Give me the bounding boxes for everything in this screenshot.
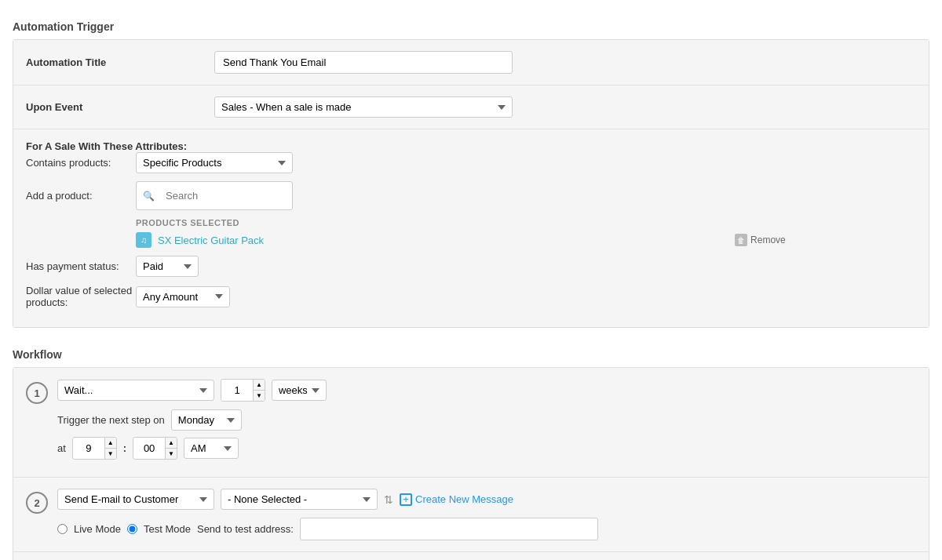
step-2-content: Send E-mail to Customer Wait... - None S…	[57, 489, 916, 540]
automation-title-control	[214, 51, 916, 74]
payment-status-label: Has payment status:	[26, 260, 136, 272]
step-1-content: Wait... Send E-mail to Customer ▲ ▼ week…	[57, 379, 916, 466]
product-search-box[interactable]: 🔍	[136, 181, 293, 210]
dollar-value-label: Dollar value of selected products:	[26, 285, 136, 308]
automation-trigger-title: Automation Trigger	[13, 13, 929, 39]
hour-down-button[interactable]: ▼	[105, 449, 116, 459]
step-1-main-row: Wait... Send E-mail to Customer ▲ ▼ week…	[57, 379, 916, 402]
wait-number-field: ▲ ▼	[221, 379, 265, 402]
contains-products-row: Contains products: Specific Products Any…	[26, 152, 789, 173]
wait-unit-select[interactable]: weeks days hours	[272, 380, 327, 401]
at-label: at	[57, 442, 66, 454]
workflow-title: Workflow	[13, 340, 929, 367]
workflow-section: Workflow 1 Wait... Send E-mail to Custom…	[13, 340, 929, 560]
step-2-mode-row: Live Mode Test Mode Send to test address…	[57, 518, 916, 540]
upon-event-row: Upon Event Sales - When a sale is made	[13, 85, 929, 129]
contains-products-select[interactable]: Specific Products Any Products	[136, 152, 293, 173]
ampm-select[interactable]: AM PM	[184, 438, 239, 459]
time-colon: :	[123, 442, 126, 454]
remove-button[interactable]: 🗑 Remove	[735, 234, 789, 246]
dollar-value-select[interactable]: Any Amount Greater Than Less Than	[136, 286, 230, 307]
remove-icon: 🗑	[735, 234, 747, 246]
live-mode-radio[interactable]	[57, 524, 68, 534]
sale-attributes-label: For A Sale With These Attributes:	[26, 140, 214, 152]
hour-up-button[interactable]: ▲	[105, 438, 116, 449]
step-1-trigger-row: Trigger the next step on Monday Tuesday …	[57, 409, 916, 431]
step-2-main-row: Send E-mail to Customer Wait... - None S…	[57, 489, 916, 510]
workflow-card: 1 Wait... Send E-mail to Customer ▲ ▼	[13, 367, 929, 560]
test-address-input[interactable]	[300, 518, 598, 540]
automation-title-label: Automation Title	[26, 56, 214, 68]
workflow-step-1: 1 Wait... Send E-mail to Customer ▲ ▼	[13, 368, 929, 478]
workflow-step-2: 2 Send E-mail to Customer Wait... - None…	[13, 478, 929, 552]
create-message-button[interactable]: + Create New Message	[400, 493, 513, 506]
minute-field: ▲ ▼	[133, 437, 177, 460]
sale-fields: Contains products: Specific Products Any…	[26, 152, 789, 316]
day-select[interactable]: Monday Tuesday Wednesday Thursday Friday…	[171, 409, 242, 431]
test-mode-label: Test Mode	[144, 523, 191, 535]
contains-label: Contains products:	[26, 157, 136, 169]
step-number-2: 2	[26, 492, 48, 514]
wait-down-button[interactable]: ▼	[254, 391, 265, 401]
step-1-type-select[interactable]: Wait... Send E-mail to Customer	[57, 380, 214, 401]
search-icon: 🔍	[143, 191, 155, 202]
add-product-row: Add a product: 🔍	[26, 181, 789, 210]
product-icon: ♫	[136, 232, 152, 248]
hour-field: ▲ ▼	[72, 437, 117, 460]
wait-value-input[interactable]	[221, 380, 253, 401]
create-message-icon: +	[400, 493, 412, 506]
automation-trigger-card: Automation Title Upon Event Sales - When…	[13, 39, 929, 328]
minute-up-button[interactable]: ▲	[166, 438, 177, 449]
test-address-label: Send to test address:	[197, 523, 294, 535]
upon-event-control: Sales - When a sale is made	[214, 96, 916, 118]
product-search-input[interactable]	[158, 185, 286, 206]
upon-event-select[interactable]: Sales - When a sale is made	[214, 96, 513, 118]
step-2-type-select[interactable]: Send E-mail to Customer Wait...	[57, 489, 214, 510]
workflow-step-3: 3 - Select to create new step -	[13, 552, 929, 560]
create-message-label: Create New Message	[415, 493, 513, 505]
minute-input[interactable]	[133, 438, 165, 459]
wait-up-button[interactable]: ▲	[254, 380, 265, 391]
upon-event-label: Upon Event	[26, 101, 214, 113]
step-number-1: 1	[26, 382, 48, 404]
automation-title-row: Automation Title	[13, 40, 929, 85]
step-1-time-row: at ▲ ▼ : ▲ ▼	[57, 437, 916, 460]
live-mode-label: Live Mode	[74, 523, 121, 535]
payment-status-row: Has payment status: Paid Unpaid Any	[26, 256, 789, 277]
products-selected-header: PRODUCTS SELECTED	[136, 218, 789, 227]
remove-label: Remove	[750, 235, 786, 245]
sale-attributes-row: For A Sale With These Attributes: Contai…	[13, 129, 929, 327]
dollar-value-row: Dollar value of selected products: Any A…	[26, 285, 789, 308]
product-name[interactable]: SX Electric Guitar Pack	[158, 235, 264, 246]
message-select[interactable]: - None Selected -	[221, 489, 378, 510]
hour-input[interactable]	[73, 438, 104, 459]
product-item: ♫ SX Electric Guitar Pack 🗑 Remove	[136, 232, 789, 248]
payment-status-select[interactable]: Paid Unpaid Any	[136, 256, 199, 277]
transfer-icon[interactable]: ⇅	[384, 493, 393, 506]
trigger-label: Trigger the next step on	[57, 414, 165, 426]
minute-down-button[interactable]: ▼	[166, 449, 177, 459]
add-product-label: Add a product:	[26, 190, 136, 202]
test-mode-radio[interactable]	[127, 524, 137, 534]
automation-trigger-section: Automation Trigger Automation Title Upon…	[13, 13, 929, 328]
automation-title-input[interactable]	[214, 51, 513, 74]
